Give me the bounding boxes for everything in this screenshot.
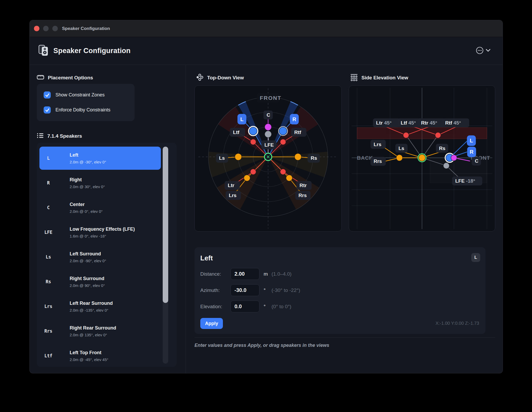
speakers-section-header: 7.1.4 Speakers <box>37 133 186 140</box>
scrollbar-track[interactable] <box>163 147 168 364</box>
speaker-dot-topdown-LFE[interactable] <box>265 131 272 138</box>
traffic-lights <box>34 26 58 31</box>
azimuth-field-row: Azimuth: ° (-30° to -22°) <box>200 284 485 296</box>
speaker-row-Rrs[interactable]: RrsRight Rear Surround2.0m @ 135°, elev … <box>39 320 161 343</box>
svg-text:Rs: Rs <box>311 155 317 161</box>
azimuth-range: (-30° to -22°) <box>272 287 300 293</box>
speaker-label-side-Rs: Rs <box>436 144 448 153</box>
titlebar: Speaker Configuration <box>30 20 503 37</box>
svg-text:Rs: Rs <box>439 146 445 151</box>
speaker-label-topdown-Rtf: Rtf <box>291 128 306 137</box>
main-area: Top-Down View FRONTLRCLFELtfRtfLsRsLtrRt… <box>186 65 503 373</box>
topdown-plot: FRONTLRCLFELtfRtfLsRsLtrRtrLrsRrs <box>195 85 342 231</box>
speaker-row-C[interactable]: CCenter2.0m @ 0°, elev 0° <box>39 196 161 219</box>
speaker-dot-topdown-R[interactable] <box>279 127 287 135</box>
speaker-label-topdown-Rrs: Rrs <box>295 191 311 200</box>
speaker-name: Center <box>70 202 103 207</box>
speaker-label-topdown-Lrs: Lrs <box>226 191 241 200</box>
speaker-code: Lrs <box>43 304 54 309</box>
speaker-label-side-LFE: LFE -18° <box>452 177 482 186</box>
speaker-dot-side-Ltf-Rtf[interactable] <box>435 132 441 138</box>
speaker-row-L[interactable]: LLeft2.0m @ -30°, elev 0° <box>39 147 161 170</box>
checkbox-checked-icon <box>44 91 51 99</box>
svg-text:Ltr 45°: Ltr 45° <box>376 120 392 126</box>
speaker-dot-side-C[interactable] <box>451 155 457 161</box>
app-header: Speaker Configuration <box>30 37 503 65</box>
speaker-dot-side-Lrs-Rrs[interactable] <box>396 155 403 161</box>
speaker-detail: 2.0m @ 30°, elev 0° <box>70 184 105 189</box>
speaker-row-Ls[interactable]: LsLeft Surround2.0m @ -90°, elev 0° <box>39 245 161 269</box>
speaker-badge-topdown-R: R <box>290 114 299 125</box>
side-elevation-plot: BACKFRONTLtr 45°Ltf 45°Rtr 45°Rtf 45°Lrs… <box>349 85 495 231</box>
sidebar: Placement Options Show Constraint Zones … <box>30 65 186 373</box>
speaker-name: Left Rear Surround <box>70 301 113 306</box>
topdown-view-header: Top-Down View <box>196 74 342 82</box>
speaker-dot-topdown-Ltr[interactable] <box>250 169 256 175</box>
speaker-dot-topdown-Rrs[interactable] <box>286 175 292 181</box>
distance-input[interactable] <box>231 268 259 280</box>
speaker-row-Lrs[interactable]: LrsLeft Rear Surround2.0m @ -135°, elev … <box>39 295 161 318</box>
speaker-row-R[interactable]: RRight2.0m @ 30°, elev 0° <box>39 171 161 194</box>
speaker-name: Right Rear Surround <box>70 325 116 331</box>
zoom-button[interactable] <box>52 26 58 31</box>
speaker-row-Rs[interactable]: RsRight Surround2.0m @ 90°, elev 0° <box>39 270 161 293</box>
distance-range: (1.0–4.0) <box>272 271 291 277</box>
speaker-dot-topdown-L[interactable] <box>249 127 257 135</box>
close-button[interactable] <box>34 26 39 31</box>
front-label: FRONT <box>257 93 282 103</box>
svg-text:C: C <box>475 158 479 164</box>
hint-text: Enter values and press Apply, or drag sp… <box>195 343 503 348</box>
svg-text:LFE -18°: LFE -18° <box>455 178 475 184</box>
svg-text:R: R <box>470 149 473 155</box>
apply-button[interactable]: Apply <box>200 318 223 329</box>
scrollbar-thumb[interactable] <box>163 147 168 303</box>
speaker-code: L <box>43 156 54 161</box>
speaker-label-side-C: C <box>472 157 481 166</box>
overflow-menu-button[interactable] <box>475 45 492 56</box>
speaker-badge-side-R: R <box>467 147 476 157</box>
svg-text:Rrs: Rrs <box>374 158 382 164</box>
listener-and-surround-dot[interactable] <box>419 154 426 161</box>
speaker-dot-topdown-Rs[interactable] <box>295 153 301 160</box>
checkbox-enforce-dolby-constraints[interactable]: Enforce Dolby Constraints <box>44 106 128 114</box>
speaker-label-topdown-Rs: Rs <box>308 154 320 163</box>
speaker-dot-topdown-Rtf[interactable] <box>280 139 286 145</box>
speaker-dot-side-Ltr-Rtr[interactable] <box>403 132 409 138</box>
elevation-unit: ° <box>264 304 269 310</box>
side-view-header: Side Elevation View <box>350 74 495 82</box>
speaker-detail: 2.0m @ 135°, elev 0° <box>70 333 116 337</box>
detail-title: Left <box>200 254 485 262</box>
svg-text:Rtf 45°: Rtf 45° <box>445 120 461 126</box>
speaker-detail: 2.0m @ -45°, elev 45° <box>70 357 108 362</box>
speaker-label-topdown-Rtr: Rtr <box>296 181 312 190</box>
speaker-dot-side-LFE[interactable] <box>443 163 449 169</box>
placement-options-header: Placement Options <box>37 75 186 81</box>
svg-text:Ltf 45°: Ltf 45° <box>401 120 416 126</box>
speaker-name: Left Surround <box>70 251 106 257</box>
speaker-dot-topdown-Ltf[interactable] <box>250 139 256 145</box>
speaker-dot-topdown-C[interactable] <box>265 123 272 130</box>
svg-text:R: R <box>292 116 296 122</box>
speaker-label-topdown-C: C <box>263 111 273 120</box>
speaker-label-side-Ltr: Ltr 45° <box>373 119 400 127</box>
speaker-code: Rs <box>43 279 54 284</box>
ellipsis-circle-icon <box>476 47 484 55</box>
side-view-section: Side Elevation View BACKFRONTLtr 45°Ltf … <box>349 74 495 233</box>
checkbox-show-constraint-zones[interactable]: Show Constraint Zones <box>44 91 128 99</box>
speaker-detail: 2.0m @ 90°, elev 0° <box>70 283 105 288</box>
speaker-row-LFE[interactable]: LFELow Frequency Effects (LFE)1.6m @ 0°,… <box>39 221 161 244</box>
elevation-input[interactable] <box>231 301 259 312</box>
speaker-label-topdown-LFE: LFE <box>261 140 277 149</box>
speaker-dot-topdown-Rtr[interactable] <box>280 169 286 175</box>
speaker-row-Ltf[interactable]: LtfLeft Top Front2.0m @ -45°, elev 45° <box>39 344 161 367</box>
speaker-code: C <box>43 205 54 210</box>
speaker-code: LFE <box>43 230 54 235</box>
svg-text:Rtr: Rtr <box>299 183 307 188</box>
placement-options-card: Show Constraint Zones Enforce Dolby Cons… <box>37 84 135 121</box>
azimuth-input[interactable] <box>231 284 259 296</box>
svg-text:L: L <box>240 116 243 122</box>
speaker-dot-topdown-Lrs[interactable] <box>244 175 250 181</box>
minimize-button[interactable] <box>43 26 49 31</box>
svg-text:L: L <box>470 138 473 143</box>
speaker-dot-topdown-Ls[interactable] <box>235 153 242 160</box>
